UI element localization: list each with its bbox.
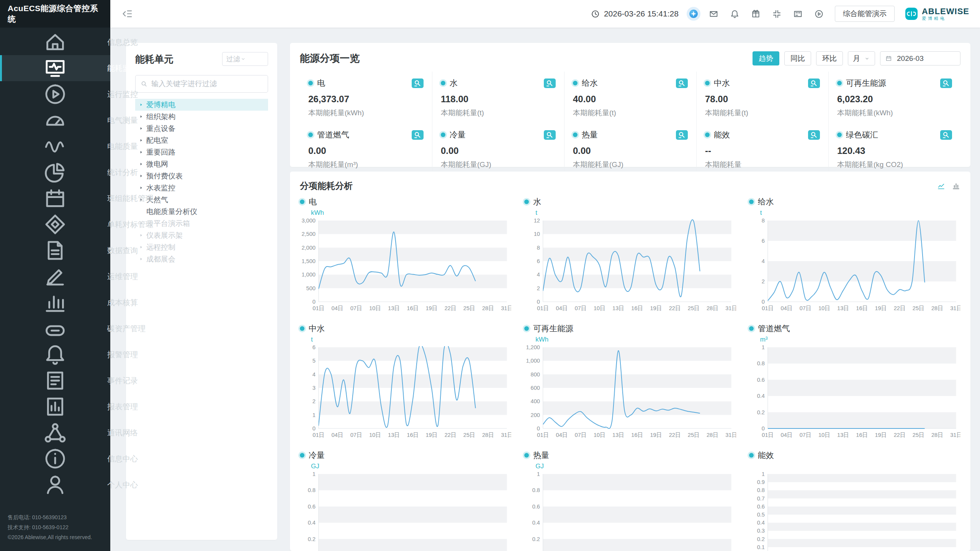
sidebar-item-15[interactable]: 报表管理 [0,394,110,420]
mail-icon[interactable] [708,9,719,19]
card-detail-button[interactable] [544,78,556,88]
sidebar-item-16[interactable]: 通讯网络 [0,420,110,446]
svg-text:28日: 28日 [482,305,494,311]
chart-unit: t [760,209,960,217]
shrink-icon[interactable] [772,9,782,19]
carbon-icon [9,316,101,342]
tree-item-10[interactable]: 电能质量分析仪 [135,206,268,217]
sidebar-item-6[interactable]: 统计分析 [0,159,110,185]
sidebar-item-9[interactable]: 数据查询 [0,237,110,263]
card-value: 6,023.20 [837,94,952,105]
demo-button[interactable]: 综合能管演示 [835,6,895,22]
tree-item-6[interactable]: 微电网 [135,158,268,170]
sidebar-item-17[interactable]: 信息中心 [0,446,110,472]
sidebar-item-10[interactable]: 运维管理 [0,263,110,289]
card-detail-button[interactable] [676,78,688,88]
sidebar-item-2[interactable]: 能耗监测 [0,55,110,81]
chart-title: 水 [533,196,541,207]
svg-text:4: 4 [312,371,316,378]
period-select-value: 月 [853,54,860,64]
tree-item-11[interactable]: 云平台演示箱 [135,217,268,229]
sidebar-item-18[interactable]: 个人中心 [0,472,110,498]
yoy-button[interactable]: 同比 [784,51,811,65]
sidebar-item-14[interactable]: 事件记录 [0,368,110,394]
info-icon [9,446,101,472]
tree-item-2[interactable]: 组织架构 [135,111,268,123]
svg-text:13日: 13日 [837,432,849,438]
calendar-icon [9,185,101,211]
sidebar-item-8[interactable]: 单耗对标管理 [0,211,110,237]
energy-card-8: 热量0.00本期能耗量(GJ) [564,123,696,175]
user-icon [9,472,101,498]
card-detail-button[interactable] [412,130,424,140]
svg-text:04日: 04日 [780,305,792,311]
period-select[interactable]: 月 [848,51,875,65]
card-detail-button[interactable] [544,130,556,140]
tree-item-14[interactable]: 成都展会 [135,253,268,265]
collapse-sidebar-icon[interactable] [121,8,133,20]
card-detail-button[interactable] [808,130,820,140]
sidebar-item-11[interactable]: 成本核算 [0,289,110,316]
svg-text:31日: 31日 [726,305,736,311]
line-chart-mode-icon[interactable] [937,181,946,190]
svg-text:07日: 07日 [799,305,811,311]
trend-button[interactable]: 趋势 [753,51,779,65]
card-detail-button[interactable] [412,78,424,88]
tree-item-12[interactable]: 仪表展示架 [135,229,268,241]
svg-text:0: 0 [312,425,316,432]
card-detail-button[interactable] [940,78,952,88]
footer-support-line: 技术支持: 010-5639-0122 [8,523,103,533]
svg-text:0.6: 0.6 [757,377,764,383]
sidebar-item-7[interactable]: 班组能耗管理 [0,185,110,211]
sidebar-item-12[interactable]: 碳资产管理 [0,316,110,342]
caret-right-icon [138,232,144,239]
bar-chart-icon [952,181,960,190]
mom-button[interactable]: 环比 [816,51,843,65]
card-detail-button[interactable] [940,130,952,140]
sidebar-item-label: 能耗监测 [107,63,138,74]
svg-text:0.8: 0.8 [532,487,540,493]
sidebar-item-1[interactable]: 信息总览 [0,29,110,55]
filter-select[interactable]: 过滤 [222,52,268,66]
tree-item-label: 重点设备 [146,124,175,134]
date-picker[interactable]: 2026-03 [880,51,960,65]
energy-dot-icon [749,326,754,331]
chart-title: 能效 [758,450,774,461]
card-icon[interactable] [793,9,803,19]
sidebar-item-4[interactable]: 电气测量 [0,107,110,133]
svg-text:01日: 01日 [537,432,549,438]
gift-icon[interactable] [751,9,761,19]
tree-item-8[interactable]: 水表监控 [135,182,268,194]
card-label: 本期能耗量(m³) [308,160,424,170]
chart-plot-冷量: 00.20.40.60.8101日04日07日10日13日16日19日22日25… [300,471,511,551]
svg-text:2: 2 [762,278,765,284]
tree-item-4[interactable]: 配电室 [135,134,268,146]
tree-item-13[interactable]: 远程控制 [135,241,268,253]
sidebar-item-label: 成本核算 [107,298,138,308]
sidebar-item-3[interactable]: 运行监控 [0,81,110,107]
bell-icon[interactable] [730,9,740,19]
card-detail-button[interactable] [676,130,688,140]
svg-text:1: 1 [312,471,316,477]
tree-item-3[interactable]: 重点设备 [135,123,268,134]
ai-assistant-button[interactable] [689,10,698,18]
tree-search [135,75,268,93]
play-circle-icon[interactable] [814,9,824,19]
svg-text:28日: 28日 [482,432,494,438]
tree-item-9[interactable]: 天然气 [135,194,268,206]
tree-item-7[interactable]: 预付费仪表 [135,170,268,182]
energy-dot-icon [837,81,842,85]
svg-text:8: 8 [537,245,540,251]
tree-item-1[interactable]: 爱博精电 [135,99,268,111]
svg-text:19日: 19日 [650,432,662,438]
card-detail-button[interactable] [808,78,820,88]
caret-right-icon [138,256,144,262]
bar-chart-mode-icon[interactable] [952,181,960,190]
tree-item-5[interactable]: 重要回路 [135,146,268,158]
tree-search-input[interactable] [151,80,263,88]
sidebar-item-13[interactable]: 报警管理 [0,342,110,368]
sidebar-item-5[interactable]: 电能质量 [0,133,110,159]
card-name: 能效 [714,129,730,140]
svg-text:400: 400 [531,398,540,404]
play-circle-icon [814,9,824,19]
